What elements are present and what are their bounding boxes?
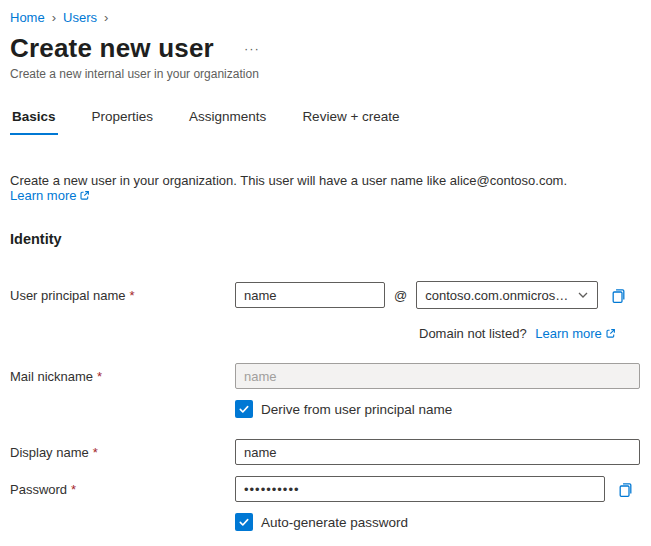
mail-nickname-input bbox=[235, 363, 640, 389]
create-user-page: Home › Users › Create new user ··· Creat… bbox=[0, 0, 651, 546]
derive-checkbox-label[interactable]: Derive from user principal name bbox=[261, 402, 452, 417]
intro-learn-more-link[interactable]: Learn more bbox=[10, 188, 90, 203]
breadcrumb-users-link[interactable]: Users bbox=[63, 10, 97, 25]
required-marker: * bbox=[93, 445, 98, 460]
upn-field-row: User principal name * @ contoso.com.onmi… bbox=[10, 281, 640, 309]
required-marker: * bbox=[97, 369, 102, 384]
breadcrumb: Home › Users › bbox=[10, 10, 640, 25]
domain-help-text: Domain not listed? bbox=[419, 326, 527, 341]
copy-password-button[interactable] bbox=[615, 479, 636, 500]
more-menu-button[interactable]: ··· bbox=[240, 41, 264, 56]
derive-checkbox-row: Derive from user principal name bbox=[235, 400, 640, 418]
page-header: Create new user ··· bbox=[10, 33, 640, 64]
page-title: Create new user bbox=[10, 33, 214, 64]
upn-label: User principal name * bbox=[10, 288, 235, 303]
identity-section-title: Identity bbox=[10, 231, 640, 247]
upn-input[interactable] bbox=[235, 282, 385, 308]
password-input[interactable] bbox=[235, 476, 605, 502]
required-marker: * bbox=[130, 288, 135, 303]
derive-checkbox[interactable] bbox=[235, 400, 253, 418]
display-name-field-row: Display name * bbox=[10, 439, 640, 465]
intro-text: Create a new user in your organization. … bbox=[10, 173, 567, 188]
tab-bar: Basics Properties Assignments Review + c… bbox=[10, 105, 640, 135]
intro-paragraph: Create a new user in your organization. … bbox=[10, 173, 640, 203]
domain-dropdown-value: contoso.com.onmicroso… bbox=[425, 288, 571, 303]
required-marker: * bbox=[71, 482, 76, 497]
checkmark-icon bbox=[238, 403, 250, 415]
password-field-row: Password * bbox=[10, 476, 640, 502]
autogen-password-checkbox-label[interactable]: Auto-generate password bbox=[261, 515, 408, 530]
checkmark-icon bbox=[238, 516, 250, 528]
domain-learn-more-link[interactable]: Learn more bbox=[535, 326, 615, 341]
breadcrumb-separator-icon: › bbox=[104, 10, 108, 25]
tab-review-create[interactable]: Review + create bbox=[300, 105, 401, 135]
breadcrumb-home-link[interactable]: Home bbox=[10, 10, 45, 25]
tab-basics[interactable]: Basics bbox=[10, 105, 58, 135]
copy-upn-button[interactable] bbox=[608, 285, 629, 306]
mail-nickname-field-row: Mail nickname * bbox=[10, 363, 640, 389]
domain-learn-more-label: Learn more bbox=[535, 326, 601, 341]
display-name-input[interactable] bbox=[235, 439, 640, 465]
password-label: Password * bbox=[10, 482, 235, 497]
display-name-label: Display name * bbox=[10, 445, 235, 460]
autogen-password-checkbox-row: Auto-generate password bbox=[235, 513, 640, 531]
copy-icon bbox=[617, 481, 634, 498]
breadcrumb-separator-icon: › bbox=[52, 10, 56, 25]
domain-dropdown[interactable]: contoso.com.onmicroso… bbox=[416, 281, 598, 309]
page-subtitle: Create a new internal user in your organ… bbox=[10, 67, 640, 81]
intro-learn-more-label: Learn more bbox=[10, 188, 76, 203]
external-link-icon bbox=[79, 190, 90, 201]
chevron-down-icon bbox=[577, 289, 589, 301]
upn-at-separator: @ bbox=[394, 288, 407, 303]
upn-label-text: User principal name bbox=[10, 288, 126, 303]
external-link-icon bbox=[605, 328, 616, 339]
autogen-password-checkbox[interactable] bbox=[235, 513, 253, 531]
mail-nickname-label-text: Mail nickname bbox=[10, 369, 93, 384]
copy-icon bbox=[610, 287, 627, 304]
mail-nickname-label: Mail nickname * bbox=[10, 369, 235, 384]
tab-properties[interactable]: Properties bbox=[90, 105, 156, 135]
display-name-label-text: Display name bbox=[10, 445, 89, 460]
tab-assignments[interactable]: Assignments bbox=[187, 105, 268, 135]
password-label-text: Password bbox=[10, 482, 67, 497]
domain-help-row: Domain not listed? Learn more bbox=[419, 326, 640, 341]
